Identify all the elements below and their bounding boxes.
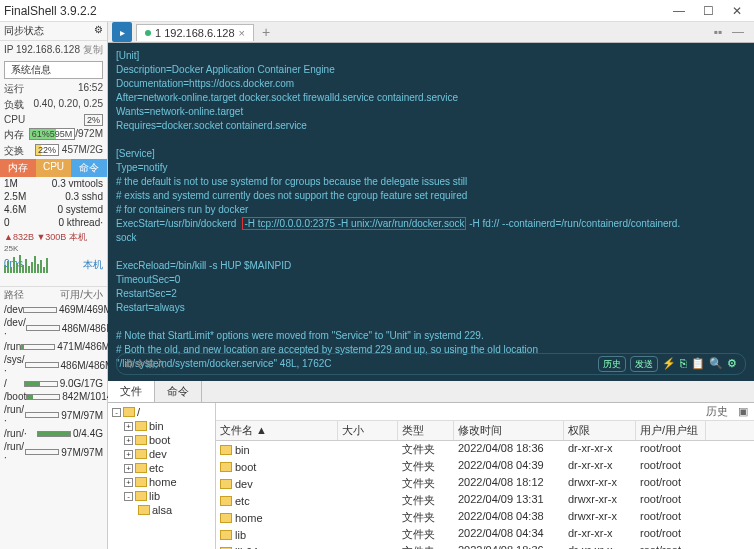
swap-label: 交换 <box>4 144 24 158</box>
folder-icon <box>220 513 232 523</box>
tree-root[interactable]: -/ <box>110 405 213 419</box>
tree-node[interactable]: +etc <box>110 461 213 475</box>
menu-icon[interactable]: — <box>732 25 744 39</box>
tab-mem[interactable]: 内存 <box>0 159 36 177</box>
highlighted-text: -H tcp://0.0.0.0:2375 -H unix://var/run/… <box>242 217 466 230</box>
file-row[interactable]: lib64文件夹2022/04/08 18:36dr-xr-xr-xroot/r… <box>216 543 754 549</box>
tree-node[interactable]: +home <box>110 475 213 489</box>
folder-tree[interactable]: -/ +bin+boot+dev+etc+home-lib alsa <box>108 403 216 549</box>
fs-row: /boot842M/1014M <box>0 390 107 403</box>
file-row[interactable]: boot文件夹2022/04/08 04:39dr-xr-xr-xroot/ro… <box>216 458 754 475</box>
col-name[interactable]: 文件名 ▲ <box>216 421 338 440</box>
mem-label: 内存 <box>4 128 24 142</box>
file-row[interactable]: bin文件夹2022/04/08 18:36dr-xr-xr-xroot/roo… <box>216 441 754 458</box>
col-type[interactable]: 类型 <box>398 421 454 440</box>
fs-row: /run471M/486M <box>0 340 107 353</box>
sysinfo-button[interactable]: 系统信息 <box>4 61 103 79</box>
command-input[interactable]: 命令输入 历史 发送 ⚡ ⎘ 📋 🔍 ⚙ <box>116 353 746 375</box>
column-headers[interactable]: 文件名 ▲ 大小 类型 修改时间 权限 用户/用户组 <box>216 421 754 441</box>
folder-icon <box>220 530 232 540</box>
paste-icon[interactable]: 📋 <box>691 356 705 372</box>
send-button[interactable]: 发送 <box>630 356 658 372</box>
input-placeholder: 命令输入 <box>125 357 165 371</box>
folder-icon <box>135 435 147 445</box>
gear-icon[interactable]: ⚙ <box>94 24 103 38</box>
file-row[interactable]: dev文件夹2022/04/08 18:12drwxr-xr-xroot/roo… <box>216 475 754 492</box>
folder-icon <box>138 505 150 515</box>
swap-bar: 22% <box>35 144 59 156</box>
folder-icon <box>220 496 232 506</box>
history-link[interactable]: 历史 <box>706 404 728 419</box>
folder-icon <box>220 445 232 455</box>
app-title: FinalShell 3.9.2.2 <box>4 4 673 18</box>
close-button[interactable]: ✕ <box>732 4 742 18</box>
add-tab-button[interactable]: + <box>254 24 278 40</box>
file-row[interactable]: etc文件夹2022/04/09 13:31drwxr-xr-xroot/roo… <box>216 492 754 509</box>
col-size[interactable]: 大小 <box>338 421 398 440</box>
folder-icon[interactable]: ▸ <box>112 22 132 42</box>
tree-node[interactable]: +boot <box>110 433 213 447</box>
load-value: 0.40, 0.20, 0.25 <box>33 98 103 112</box>
tab-files[interactable]: 文件 <box>108 381 155 402</box>
fs-row: /dev/·486M/486M <box>0 316 107 340</box>
folder-icon <box>135 449 147 459</box>
fs-row: /dev469M/469M <box>0 303 107 316</box>
proc-row: 4.6M0 systemd <box>0 203 107 216</box>
file-tabs: 文件 命令 <box>108 381 754 403</box>
fs-row: /run/·97M/97M <box>0 403 107 427</box>
file-row[interactable]: lib文件夹2022/04/08 04:34dr-xr-xr-xroot/roo… <box>216 526 754 543</box>
fs-row: /9.0G/17G <box>0 377 107 390</box>
tab-close-icon[interactable]: × <box>239 27 245 39</box>
fs-row: /run/·97M/97M <box>0 440 107 464</box>
tab-label: 1 192.168.6.128 <box>155 27 235 39</box>
proc-row: 1M0.3 vmtools <box>0 177 107 190</box>
file-list: 历史 ▣ 文件名 ▲ 大小 类型 修改时间 权限 用户/用户组 bin文件夹20… <box>216 403 754 549</box>
copy-icon[interactable]: ⎘ <box>680 356 687 372</box>
maximize-button[interactable]: ☐ <box>703 4 714 18</box>
mem-bar: 61%595M <box>29 128 76 140</box>
menu-icon[interactable]: ▪▪ <box>713 25 722 39</box>
bolt-icon[interactable]: ⚡ <box>662 356 676 372</box>
search-icon[interactable]: 🔍 <box>709 356 723 372</box>
copy-link[interactable]: 复制 <box>83 44 103 55</box>
tab-cmd[interactable]: 命令 <box>71 159 107 177</box>
folder-icon <box>135 463 147 473</box>
folder-icon <box>135 421 147 431</box>
settings-icon[interactable]: ⚙ <box>727 356 737 372</box>
tab-commands[interactable]: 命令 <box>155 381 202 402</box>
tree-node[interactable]: -lib <box>110 489 213 503</box>
col-date[interactable]: 修改时间 <box>454 421 564 440</box>
col-perm[interactable]: 权限 <box>564 421 636 440</box>
tree-node[interactable]: +dev <box>110 447 213 461</box>
minimize-button[interactable]: — <box>673 4 685 18</box>
folder-icon <box>220 462 232 472</box>
sync-label: 同步状态 <box>4 24 44 38</box>
folder-icon <box>135 477 147 487</box>
proc-tabs[interactable]: 内存 CPU 命令 <box>0 159 107 177</box>
file-row[interactable]: home文件夹2022/04/08 04:38drwxr-xr-xroot/ro… <box>216 509 754 526</box>
history-button[interactable]: 历史 <box>598 356 626 372</box>
fs-hdr-path: 路径 <box>4 288 24 302</box>
proc-row: 00 kthread· <box>0 216 107 229</box>
fs-row: /sys/·486M/486M <box>0 353 107 377</box>
grid-icon[interactable]: ▣ <box>738 405 748 418</box>
connection-tabbar: ▸ 1 192.168.6.128 × + ▪▪— <box>108 22 754 43</box>
run-label: 运行 <box>4 82 24 96</box>
folder-icon <box>220 479 232 489</box>
connection-tab[interactable]: 1 192.168.6.128 × <box>136 24 254 41</box>
tab-cpu[interactable]: CPU <box>36 159 72 177</box>
fs-hdr-size: 可用/大小 <box>60 288 103 302</box>
tree-node[interactable]: alsa <box>110 503 213 517</box>
folder-icon <box>135 491 147 501</box>
tree-node[interactable]: +bin <box>110 419 213 433</box>
status-sidebar: 同步状态⚙ IP 192.168.6.128 复制 系统信息 运行16:52 负… <box>0 22 108 549</box>
load-label: 负载 <box>4 98 24 112</box>
net-spark: ▲832B ▼300B 本机 25K <box>0 229 107 257</box>
cpu-bar: 2% <box>84 114 103 126</box>
proc-row: 2.5M0.3 sshd <box>0 190 107 203</box>
run-value: 16:52 <box>78 82 103 96</box>
titlebar: FinalShell 3.9.2.2 — ☐ ✕ <box>0 0 754 22</box>
col-own[interactable]: 用户/用户组 <box>636 421 706 440</box>
terminal[interactable]: [Unit] Description=Docker Application Co… <box>108 43 754 381</box>
fs-row: /run/·0/4.4G <box>0 427 107 440</box>
